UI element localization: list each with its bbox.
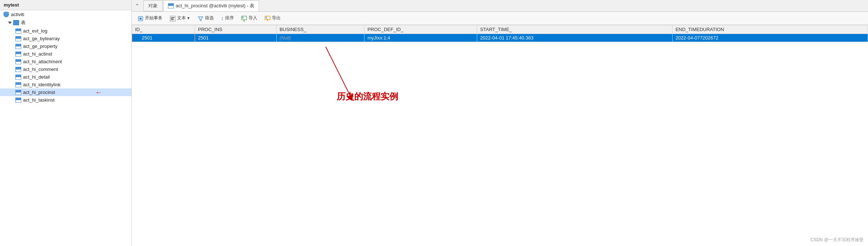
sidebar-item-label: act_hi_procinst [23,90,55,95]
cell-starttime: 2022-04-01 17:45:40.383 [477,34,672,42]
tab-objects[interactable]: 对象 [143,0,162,11]
filter-btn[interactable]: 筛选 [195,14,217,22]
sidebar-item-label: act_ge_bytearray [23,36,60,41]
sidebar-item-activiti[interactable]: activiti [0,10,131,18]
sidebar-item-label: act_hi_taskinst [23,97,55,103]
tab-objects-label: 对象 [148,3,158,9]
tab-procinst[interactable]: act_hi_procinst @activiti (mytest) - 表 [163,0,259,11]
svg-marker-18 [266,19,269,20]
col-id[interactable]: ID_ [132,25,195,34]
begin-transaction-icon [138,15,143,21]
sidebar-item-act_hi_taskinst[interactable]: act_hi_taskinst [0,96,131,104]
table-icon [15,75,21,80]
svg-point-1 [4,14,9,16]
sidebar-item-label: act_hi_identitylink [23,82,61,87]
svg-rect-15 [266,17,267,18]
sidebar-item-label: act_ge_property [23,43,57,49]
import-icon [241,15,247,21]
data-table-container[interactable]: ID_ PROC_INS BUSINESS_ PROC_DEF_ID_ STAR… [132,25,868,246]
annotation-arrows [132,25,868,246]
table-header-row: ID_ PROC_INS BUSINESS_ PROC_DEF_ID_ STAR… [132,25,868,34]
svg-rect-3 [139,18,142,20]
row-pointer: ► [135,35,140,41]
text-dropdown-arrow: ▼ [187,16,190,20]
sidebar-item-label: act_hi_attachment [23,59,62,64]
export-label: 导出 [272,15,281,21]
cell-procinst: 2501 [195,34,277,42]
text-label: 文本 [177,15,186,21]
col-business[interactable]: BUSINESS_ [276,25,364,34]
main-content: ⌃ 对象 act_hi_procinst @activiti (mytest) … [132,0,868,246]
cell-endtime: 2022-04-077202672 [672,34,868,42]
text-btn[interactable]: 文本 ▼ [167,14,193,22]
cell-procdefid: myJtxx:1:4 [364,34,477,42]
sort-btn[interactable]: ↕ 排序 [218,14,237,22]
table-icon [15,29,21,34]
cell-id-value: 2501 [142,35,153,41]
filter-label: 筛选 [205,15,214,21]
col-endtime[interactable]: END_TIMEDURATION [672,25,868,34]
export-btn[interactable]: 导出 [262,14,284,22]
svg-rect-10 [242,17,243,18]
sort-icon: ↕ [221,15,224,21]
sidebar: mytest activiti 表 act_evt_log [0,0,132,246]
col-procinst[interactable]: PROC_INS [195,25,277,34]
sidebar-db-name: mytest [0,0,131,10]
sidebar-item-act_hi_actinst[interactable]: act_hi_actinst [0,50,131,58]
data-table: ID_ PROC_INS BUSINESS_ PROC_DEF_ID_ STAR… [132,25,868,42]
sidebar-arrow-annotation: ← [95,88,102,96]
sidebar-item-label: act_hi_actinst [23,51,52,57]
table-icon [15,90,21,95]
tab-scroll-btn[interactable]: ⌃ [132,0,143,11]
import-label: 导入 [248,15,257,21]
table-icon [15,52,21,57]
svg-line-20 [326,47,351,98]
filter-icon [198,15,203,21]
begin-transaction-label: 开始事务 [145,15,162,21]
sidebar-tables-label: 表 [21,19,26,26]
table-icon [15,44,21,49]
svg-rect-16 [266,18,267,19]
sidebar-item-act_ge_bytearray[interactable]: act_ge_bytearray [0,35,131,42]
sidebar-item-act_evt_log[interactable]: act_evt_log [0,27,131,35]
table-icon [15,82,21,87]
col-starttime[interactable]: START_TIME_ [477,25,672,34]
sidebar-item-label: act_evt_log [23,28,48,34]
table-row[interactable]: ► 2501 2501 (Null) myJtxx:1:4 2022-04-01… [132,34,868,42]
toolbar: 开始事务 文本 ▼ 筛选 [132,12,868,25]
sidebar-item-act_hi_detail[interactable]: act_hi_detail [0,73,131,81]
sidebar-item-act_hi_procinst[interactable]: act_hi_procinst ← [0,88,131,96]
import-btn[interactable]: 导入 [238,14,260,22]
svg-rect-11 [242,18,243,19]
watermark: CSDN @一天不写程序难受 [810,237,864,243]
sidebar-item-act_ge_property[interactable]: act_ge_property [0,42,131,50]
db-icon [3,11,10,17]
col-procdefid[interactable]: PROC_DEF_ID_ [364,25,477,34]
table-icon [15,67,21,72]
export-icon [265,15,270,21]
svg-marker-13 [243,20,245,22]
sidebar-item-act_hi_attachment[interactable]: act_hi_attachment [0,58,131,65]
collapse-arrow-down [8,22,12,24]
sidebar-schema-label: activiti [11,12,24,17]
sidebar-item-label: act_hi_detail [23,74,50,80]
sidebar-item-act_hi_identitylink[interactable]: act_hi_identitylink [0,81,131,88]
begin-transaction-btn[interactable]: 开始事务 [135,14,165,22]
active-tab-table-icon [168,3,174,8]
table-group-icon [13,20,19,25]
cell-business: (Null) [276,34,364,42]
sidebar-scroll[interactable]: activiti 表 act_evt_log act_ge_bytearray … [0,10,131,246]
table-icon [15,36,21,41]
cell-id: ► 2501 [132,34,195,42]
text-icon [170,15,176,21]
sort-label: 排序 [225,15,234,21]
tab-bar: ⌃ 对象 act_hi_procinst @activiti (mytest) … [132,0,868,12]
tab-procinst-label: act_hi_procinst @activiti (mytest) - 表 [176,3,254,9]
sidebar-item-label: act_hi_comment [23,67,58,72]
table-icon [15,98,21,103]
sidebar-item-act_hi_comment[interactable]: act_hi_comment [0,65,131,73]
svg-marker-8 [198,17,203,21]
sidebar-tables-section[interactable]: 表 [0,18,131,27]
table-icon [15,59,21,64]
annotation-red-text: 历史的流程实例 [337,91,398,102]
